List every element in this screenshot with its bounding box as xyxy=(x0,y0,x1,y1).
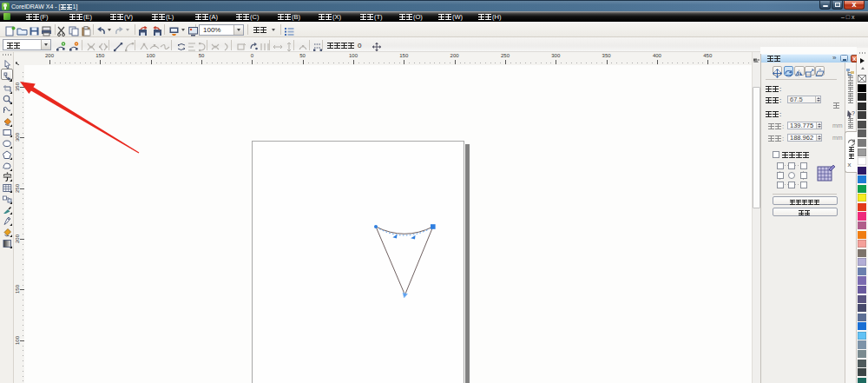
svg-text:?: ? xyxy=(852,110,855,116)
